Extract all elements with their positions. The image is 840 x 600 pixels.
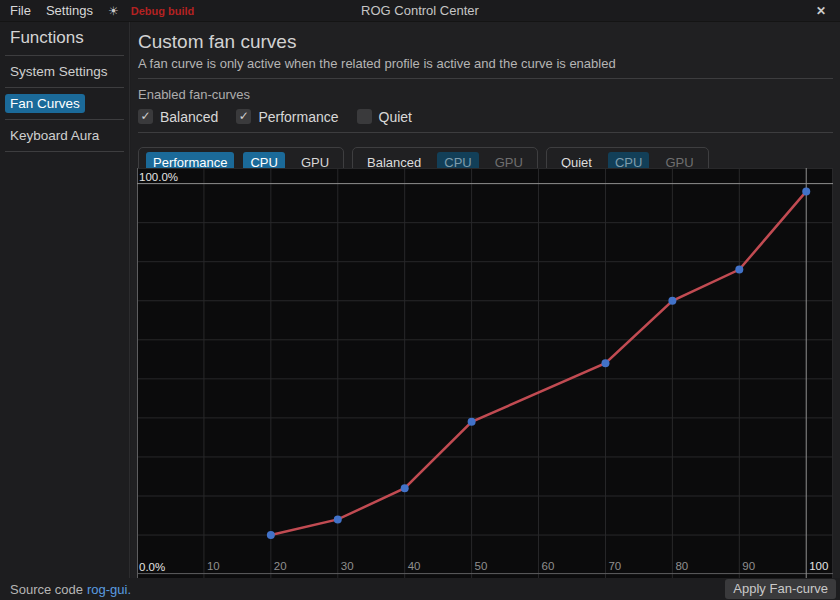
rog-gui-link[interactable]: rog-gui.	[87, 582, 131, 597]
bottom-bar: Source code rog-gui. Apply Fan-curve	[0, 578, 840, 600]
x-tick-label: 50	[475, 560, 488, 572]
sidebar-item-fan-curves[interactable]: Fan Curves	[0, 88, 129, 119]
x-tick-label: 60	[542, 560, 555, 572]
checkbox-label: Performance	[258, 109, 338, 125]
page-title: Custom fan curves	[138, 31, 833, 53]
source-code-label: Source code	[10, 582, 83, 597]
sidebar-item-keyboard-aura[interactable]: Keyboard Aura	[0, 120, 129, 151]
y-axis-label: 0.0%	[139, 561, 165, 573]
checkbox-label: Quiet	[379, 109, 412, 125]
sidebar-item-label: Fan Curves	[5, 94, 85, 113]
x-tick-label: 10	[207, 560, 220, 572]
enabled-fan-curves-label: Enabled fan-curves	[138, 87, 833, 102]
curve-point-80[interactable]	[668, 297, 676, 305]
curve-point-70[interactable]	[601, 359, 609, 367]
sidebar-item-system-settings[interactable]: System Settings	[0, 56, 129, 87]
x-tick-label: 40	[408, 560, 421, 572]
checked-box-icon[interactable]: ✓	[138, 109, 153, 124]
curve-point-40[interactable]	[401, 484, 409, 492]
fan-curve-chart[interactable]: 1020304050607080901000.0%100.0%	[137, 168, 833, 578]
debug-build-label: Debug build	[131, 5, 195, 17]
sidebar-heading: Functions	[0, 22, 129, 55]
checkbox-label: Balanced	[160, 109, 218, 125]
sidebar-separator	[5, 151, 124, 152]
sidebar-list: System SettingsFan CurvesKeyboard Aura	[0, 56, 129, 152]
theme-toggle-sun-icon[interactable]: ☀	[108, 4, 119, 18]
title-bar: File Settings ☀ Debug build ROG Control …	[0, 0, 840, 22]
curve-point-50[interactable]	[468, 418, 476, 426]
sidebar: Functions System SettingsFan CurvesKeybo…	[0, 22, 130, 578]
checked-box-icon[interactable]: ✓	[236, 109, 251, 124]
curve-point-30[interactable]	[334, 515, 342, 523]
x-tick-label: 20	[274, 560, 287, 572]
curve-point-90[interactable]	[735, 266, 743, 274]
checkbox-performance[interactable]: ✓Performance	[236, 109, 338, 125]
x-tick-label: 100	[809, 560, 828, 572]
apply-fan-curve-button[interactable]: Apply Fan-curve	[725, 579, 836, 599]
close-icon[interactable]: ✕	[812, 3, 830, 19]
x-tick-label: 70	[608, 560, 621, 572]
curve-point-100[interactable]	[802, 187, 810, 195]
checkbox-balanced[interactable]: ✓Balanced	[138, 109, 218, 125]
y-axis-label: 100.0%	[139, 171, 178, 183]
x-tick-label: 90	[742, 560, 755, 572]
separator	[138, 132, 833, 133]
menu-settings[interactable]: Settings	[46, 3, 93, 18]
sidebar-item-label: Keyboard Aura	[10, 128, 99, 143]
x-tick-label: 30	[341, 560, 354, 572]
fan-curve-plot[interactable]: 1020304050607080901000.0%100.0%	[137, 168, 833, 578]
window-title: ROG Control Center	[0, 3, 840, 18]
curve-point-20[interactable]	[267, 531, 275, 539]
page-subtitle: A fan curve is only active when the rela…	[138, 56, 833, 71]
checkbox-quiet[interactable]: Quiet	[357, 109, 412, 125]
unchecked-box-icon[interactable]	[357, 109, 372, 124]
separator	[138, 78, 833, 79]
enabled-checkbox-row: ✓Balanced✓PerformanceQuiet	[138, 108, 833, 125]
menu-file[interactable]: File	[10, 3, 31, 18]
sidebar-item-label: System Settings	[10, 64, 108, 79]
x-tick-label: 80	[675, 560, 688, 572]
